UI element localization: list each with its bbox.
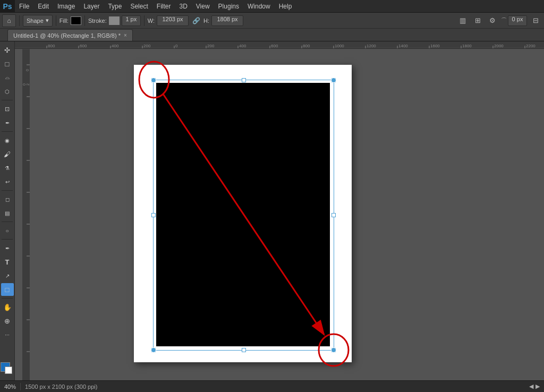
menu-window[interactable]: Window — [243, 0, 275, 12]
handle-bottom-right[interactable] — [332, 348, 336, 352]
ps-logo: Ps — [0, 0, 15, 13]
arrange-icon[interactable]: ⚙ — [486, 14, 499, 27]
tool-separator-1 — [2, 100, 13, 100]
handle-bottom-center[interactable] — [242, 348, 246, 352]
menu-view[interactable]: View — [192, 0, 214, 12]
tool-spot-heal[interactable]: ◉ — [1, 134, 14, 147]
status-bar: 40% 1500 px x 2100 px (300 ppi) ◀ ▶ — [0, 380, 544, 392]
svg-text:800: 800 — [303, 44, 310, 48]
color-area — [0, 360, 15, 378]
anchor-top-left — [151, 78, 156, 83]
distribute-icon[interactable]: ⊞ — [471, 14, 484, 27]
svg-rect-34 — [22, 49, 30, 380]
link-icon[interactable]: 🔗 — [191, 15, 201, 26]
tool-lasso[interactable]: ⌓ — [1, 71, 14, 84]
handle-mid-right[interactable] — [332, 213, 336, 217]
scroll-next[interactable]: ▶ — [536, 383, 540, 390]
height-label: H: — [203, 18, 209, 24]
stroke-label: Stroke: — [88, 18, 107, 24]
align-layers-icon[interactable]: ⊟ — [529, 14, 542, 27]
handle-top-center[interactable] — [242, 78, 246, 82]
options-separator-3 — [84, 15, 85, 26]
menu-3d[interactable]: 3D — [175, 0, 191, 12]
document-tab[interactable]: Untitled-1 @ 40% (Rectangle 1, RGB/8) * … — [7, 29, 133, 41]
menu-bar: Ps File Edit Image Layer Type Select Fil… — [0, 0, 544, 13]
tool-move[interactable]: ✣ — [1, 44, 14, 56]
tool-separator-6 — [2, 298, 13, 299]
tool-zoom[interactable]: ⊕ — [1, 314, 14, 327]
tool-eyedropper[interactable]: ✒ — [1, 116, 14, 129]
anchor-bottom-left — [151, 347, 156, 353]
menu-select[interactable]: Select — [126, 0, 152, 12]
svg-text:400: 400 — [112, 44, 119, 48]
menu-type[interactable]: Type — [104, 0, 126, 12]
background-color[interactable] — [5, 367, 12, 374]
canvas-area[interactable]: 800 600 400 200 0 200 400 600 800 1000 — [15, 41, 544, 380]
menu-help[interactable]: Help — [275, 0, 296, 12]
v-ruler-labels: 200 400 600 800 1000 1200 1400 1600 1800… — [22, 62, 30, 86]
top-ruler: 800 600 400 200 0 200 400 600 800 1000 — [15, 41, 544, 49]
tool-eraser[interactable]: ◻ — [1, 193, 14, 206]
svg-text:1000: 1000 — [335, 44, 344, 48]
svg-text:1200: 1200 — [367, 44, 376, 48]
svg-text:2200: 2200 — [526, 44, 536, 48]
menu-layer[interactable]: Layer — [79, 0, 104, 12]
stroke-color-swatch[interactable] — [109, 16, 120, 25]
handle-bottom-left[interactable] — [151, 348, 156, 352]
home-icon: ⌂ — [7, 17, 11, 24]
menu-file[interactable]: File — [15, 0, 33, 12]
options-separator-2 — [56, 15, 56, 26]
menu-plugins[interactable]: Plugins — [214, 0, 243, 12]
tool-more[interactable]: ··· — [1, 328, 14, 341]
dropdown-arrow: ▾ — [46, 17, 49, 24]
canvas-container: 0 200 400 600 800 — [22, 49, 544, 380]
corner-radius-input[interactable]: 0 px — [508, 15, 527, 26]
radius-icon: ⌒ — [501, 16, 507, 24]
fill-color-swatch[interactable] — [71, 16, 81, 25]
options-separator-1 — [19, 15, 20, 26]
tool-path-select[interactable]: ↗ — [1, 269, 14, 282]
black-rectangle[interactable] — [156, 83, 330, 346]
svg-text:0: 0 — [175, 44, 178, 48]
status-separator-1 — [20, 383, 21, 390]
left-toolbar: ✣ □ ⌓ ⬡ ⊡ ✒ ◉ 🖌 ⚗ ↩ ◻ ▤ ○ ✒ T ↗ □ ✋ ⊕ ··… — [0, 41, 15, 380]
tool-brush[interactable]: 🖌 — [1, 148, 14, 160]
stroke-width-input[interactable]: 1 px — [122, 15, 141, 26]
handle-top-left[interactable] — [151, 78, 156, 82]
scroll-prev[interactable]: ◀ — [529, 383, 533, 390]
tool-crop[interactable]: ⊡ — [1, 103, 14, 115]
tool-shape[interactable]: □ — [1, 283, 14, 296]
tool-history-brush[interactable]: ↩ — [1, 175, 14, 188]
align-left-icon[interactable]: ▥ — [456, 14, 469, 27]
height-input[interactable]: 1808 px — [211, 15, 243, 26]
fill-box: Fill: — [60, 16, 81, 25]
tool-quick-select[interactable]: ⬡ — [1, 85, 14, 98]
options-right: ▥ ⊞ ⚙ ⌒ 0 px ⊟ — [456, 14, 542, 27]
left-ruler: 0 200 400 600 800 — [22, 49, 30, 380]
home-button[interactable]: ⌂ — [2, 14, 16, 27]
menu-edit[interactable]: Edit — [33, 0, 53, 12]
color-wells — [1, 362, 14, 376]
anchor-top-right — [331, 78, 336, 83]
tool-hand[interactable]: ✋ — [1, 301, 14, 313]
tool-clone-stamp[interactable]: ⚗ — [1, 161, 14, 174]
tool-separator-4 — [2, 221, 13, 222]
menu-filter[interactable]: Filter — [152, 0, 175, 12]
menu-image[interactable]: Image — [53, 0, 79, 12]
tool-pen[interactable]: ✒ — [1, 242, 14, 254]
svg-text:1400: 1400 — [398, 44, 408, 48]
width-input[interactable]: 1203 px — [157, 15, 189, 26]
shape-dropdown[interactable]: Shape ▾ — [23, 15, 53, 27]
tab-bar: Untitled-1 @ 40% (Rectangle 1, RGB/8) * … — [0, 29, 544, 41]
tool-marquee-rect[interactable]: □ — [1, 57, 14, 70]
tool-type[interactable]: T — [1, 255, 14, 268]
main-area: ✣ □ ⌓ ⬡ ⊡ ✒ ◉ 🖌 ⚗ ↩ ◻ ▤ ○ ✒ T ↗ □ ✋ ⊕ ··… — [0, 41, 544, 380]
stroke-box: Stroke: 1 px — [88, 15, 141, 26]
tool-separator-3 — [2, 190, 13, 191]
handle-mid-left[interactable] — [151, 213, 156, 217]
tool-gradient[interactable]: ▤ — [1, 207, 14, 219]
tool-dodge[interactable]: ○ — [1, 224, 14, 237]
tab-close-button[interactable]: × — [124, 32, 127, 38]
width-label: W: — [148, 18, 155, 24]
handle-top-right[interactable] — [332, 78, 336, 82]
